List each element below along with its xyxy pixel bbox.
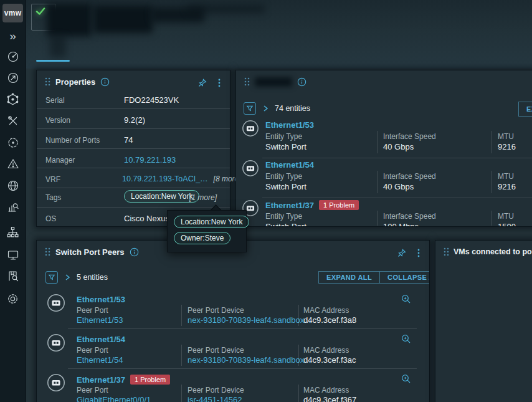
peer-name-link[interactable]: Ethernet1/37 — [77, 375, 125, 385]
peer-device-link[interactable]: nex-93180-70839-leaf4.sandbox... — [188, 315, 311, 325]
panel-title: Properties — [55, 77, 95, 87]
field-label: Entity Type — [265, 212, 302, 221]
field-value: 9216 — [498, 142, 516, 151]
sidebar-item-tools[interactable] — [0, 112, 26, 130]
panel-title: Switch Port Peers — [55, 247, 125, 257]
entity-name-link[interactable]: Ethernet1/37 — [265, 201, 314, 210]
drag-handle-icon[interactable] — [244, 77, 250, 87]
kebab-menu-icon[interactable] — [215, 78, 224, 88]
field-label: Peer Port — [77, 386, 108, 395]
vms-connected-panel: VMs connected to port — [435, 240, 532, 402]
tags-tooltip: Location:New York Owner:Steve — [167, 210, 247, 252]
expand-all-button[interactable]: EXPAND ALL — [518, 102, 532, 117]
field-label: MTU — [498, 172, 514, 181]
drag-handle-icon[interactable] — [44, 77, 50, 87]
field-value: 100 Mbps — [383, 222, 419, 227]
info-icon[interactable] — [100, 77, 110, 87]
sidebar-item-topology[interactable] — [0, 223, 26, 241]
zoom-in-icon[interactable] — [401, 294, 411, 304]
expand-sidebar-button[interactable]: » — [0, 26, 26, 45]
entities-panel: 74 entities EXPAND ALL Ethernet1/53 Enti… — [235, 70, 532, 227]
kebab-menu-icon[interactable] — [414, 248, 423, 258]
field-value: 40 Gbps — [383, 142, 414, 151]
field-label: Peer Port — [77, 306, 108, 315]
field-label: Peer Port — [77, 346, 108, 355]
peer-name-link[interactable]: Ethernet1/54 — [77, 335, 125, 344]
tag-pill: Location:New York — [124, 190, 199, 203]
zoom-in-icon[interactable] — [401, 374, 411, 384]
sidebar-item-analytics[interactable] — [0, 198, 26, 216]
vrf-link[interactable]: 10.79.221.193-ToACI_… — [122, 175, 208, 183]
pin-icon[interactable] — [397, 248, 407, 258]
tools-icon — [7, 115, 19, 127]
field-label: Peer Port Device — [188, 346, 244, 355]
property-value: FDO224523VK — [124, 95, 179, 105]
entity-name-link[interactable]: Ethernet1/53 — [265, 120, 314, 130]
tooltip-tag-pill: Location:New York — [174, 216, 249, 228]
collapse-all-button[interactable]: COLLAPSE ALL — [379, 272, 430, 283]
chart-search-icon — [7, 201, 19, 213]
switch-port-peers-panel: Switch Port Peers 5 entities EXPAND ALL … — [36, 240, 430, 402]
field-label: Entity Type — [265, 132, 302, 141]
peer-device-link[interactable]: isr-4451-14562 — [188, 395, 242, 402]
entity-name-link[interactable]: Ethernet1/54 — [265, 160, 314, 170]
active-tab-indicator — [36, 60, 70, 62]
redacted-title-blob — [187, 5, 265, 13]
sidebar-item-audit[interactable] — [0, 267, 26, 285]
left-nav-sidebar: vmw » — [0, 0, 26, 402]
tooltip-tag-pill: Owner:Steve — [174, 232, 230, 244]
target-icon — [7, 136, 19, 149]
gear-icon — [6, 292, 19, 305]
network-hexagon-icon — [6, 93, 19, 106]
redacted-title-blob — [93, 6, 153, 33]
property-label: VRF — [45, 175, 60, 184]
filter-icon[interactable] — [244, 102, 256, 115]
field-label: Interface Speed — [383, 212, 436, 221]
problem-badge: 1 Problem — [319, 200, 359, 210]
app-window: vmw » — [0, 0, 532, 402]
sidebar-item-alerts[interactable] — [0, 155, 26, 173]
property-label: Manager — [45, 156, 75, 165]
peer-device-link[interactable]: nex-93180-70839-leaf4.sandbox... — [188, 355, 311, 365]
panel-title: VMs connected to port — [454, 247, 532, 256]
drag-handle-icon[interactable] — [44, 247, 50, 257]
pin-icon[interactable] — [197, 78, 207, 88]
sidebar-item-dashboard[interactable] — [0, 47, 26, 66]
chevron-right-icon[interactable] — [64, 274, 71, 281]
sidebar-item-web[interactable] — [0, 176, 26, 195]
sidebar-item-settings[interactable] — [0, 289, 26, 308]
zoom-in-icon[interactable] — [401, 334, 411, 344]
info-icon[interactable] — [130, 247, 139, 257]
double-chevron-icon: » — [9, 30, 16, 42]
switch-port-icon — [242, 160, 259, 177]
warning-triangle-icon — [7, 158, 19, 170]
peer-port-link[interactable]: GigabitEthernet0/0/1 — [77, 395, 151, 402]
filter-icon[interactable] — [45, 271, 58, 284]
info-icon[interactable] — [297, 77, 306, 87]
sidebar-item-plan[interactable] — [0, 69, 26, 87]
globe-icon — [7, 179, 19, 192]
redacted-panel-title — [255, 77, 292, 87]
tags-more-link[interactable]: [1 more] — [189, 193, 217, 202]
expand-all-button[interactable]: EXPAND ALL — [319, 272, 379, 283]
field-label: MAC Address — [303, 306, 349, 315]
switch-port-icon — [47, 333, 65, 352]
field-value: Switch Port — [265, 182, 306, 191]
chevron-right-icon[interactable] — [262, 105, 269, 112]
sidebar-item-infrastructure[interactable] — [0, 90, 26, 108]
monitor-icon — [7, 249, 19, 261]
switch-port-icon — [47, 373, 65, 392]
manager-link[interactable]: 10.79.221.193 — [124, 155, 176, 165]
peer-port-link[interactable]: Ethernet1/53 — [77, 315, 123, 325]
compass-globe-icon — [7, 72, 19, 84]
property-label: Version — [45, 116, 70, 125]
peer-port-link[interactable]: Ethernet1/54 — [77, 355, 123, 365]
property-value: 9.2(2) — [124, 115, 145, 125]
sidebar-item-discovery[interactable] — [0, 133, 26, 152]
field-label: MTU — [498, 132, 514, 141]
property-label: Tags — [45, 193, 61, 202]
sidebar-item-desktop[interactable] — [0, 246, 26, 264]
field-label: Interface Speed — [383, 172, 436, 181]
peer-name-link[interactable]: Ethernet1/53 — [77, 295, 125, 304]
drag-handle-icon[interactable] — [443, 247, 449, 257]
